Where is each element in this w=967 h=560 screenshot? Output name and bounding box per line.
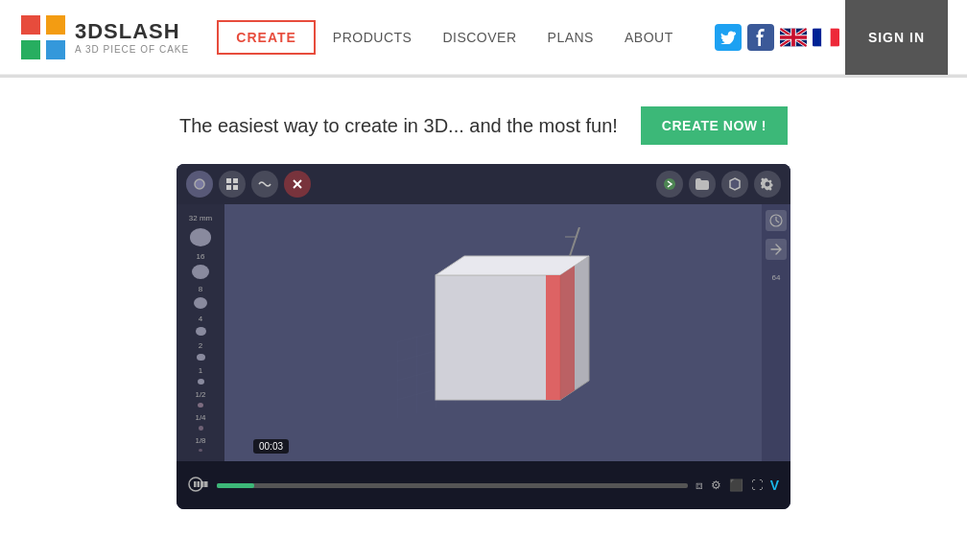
size-2[interactable] [197,354,205,362]
main-content: The easiest way to create in 3D... and t… [0,78,967,528]
settings-ctrl-icon[interactable]: ⚙ [711,478,721,492]
svg-point-15 [664,178,675,190]
toolbar-left [186,171,311,198]
facebook-icon[interactable] [747,24,774,51]
3d-box-svg [359,227,627,438]
video-inner: 32 mm 16 8 4 2 1 1/2 1/4 1/8 [177,164,790,509]
nav-create-button[interactable]: CREATE [217,20,316,55]
canvas-area[interactable] [224,204,762,461]
logo-brand: 3DSLASH [75,19,189,44]
size-1-label: 1 [199,366,202,375]
svg-marker-16 [730,178,740,190]
hero-row: The easiest way to create in 3D... and t… [179,106,788,145]
play-pause-button[interactable] [188,477,209,495]
size-2-label: 2 [199,341,202,350]
mm-label: 32 mm [189,214,212,222]
settings-icon[interactable] [754,171,781,198]
zoom-value: 64 [772,273,781,282]
svg-rect-2 [21,40,40,59]
zoom-clock-icon[interactable] [766,210,787,231]
progress-bar-fill [217,483,254,488]
svg-marker-25 [560,266,575,400]
size-half-label: 1/2 [195,390,205,399]
nav-area: CREATE PRODUCTS DISCOVER PLANS ABOUT [217,20,686,55]
hero-text: The easiest way to create in 3D... and t… [179,115,618,137]
pip-icon[interactable]: ⬛ [729,478,743,492]
progress-bar[interactable] [217,483,688,488]
vimeo-logo: V [770,478,779,493]
size-half[interactable] [198,403,203,408]
size-16[interactable] [192,265,209,279]
svg-rect-9 [226,178,231,183]
nav-about-button[interactable]: ABOUT [611,22,687,53]
svg-rect-21 [436,275,560,400]
create-now-button[interactable]: CREATE NOW ! [641,106,788,145]
svg-rect-1 [46,15,65,35]
video-container[interactable]: 32 mm 16 8 4 2 1 1/2 1/4 1/8 [177,164,790,509]
social-signin-area: SIGN IN [715,0,948,75]
header: 3DSLASH A 3D PIECE OF CAKE CREATE PRODUC… [0,0,967,75]
size-16-label: 16 [197,252,205,261]
fr-flag-icon[interactable] [813,28,839,47]
size-8[interactable] [194,297,207,309]
video-toolbar [177,164,790,204]
size-eighth[interactable] [199,449,202,452]
svg-rect-7 [831,28,839,46]
left-panel: 32 mm 16 8 4 2 1 1/2 1/4 1/8 [177,204,224,461]
video-timestamp: 00:03 [253,439,289,454]
logo-area: 3DSLASH A 3D PIECE OF CAKE [19,13,189,61]
svg-rect-31 [200,481,204,487]
video-controls: ⧈ ⚙ ⬛ ⛶ V [177,461,790,509]
size-quarter-label: 1/4 [195,413,205,422]
svg-rect-24 [546,275,560,400]
grid-tool-icon[interactable] [219,171,246,198]
svg-rect-0 [21,15,40,35]
size-quarter[interactable] [199,426,203,430]
brush-tool-icon[interactable] [186,171,213,198]
size-eighth-label: 1/8 [195,436,205,445]
size-1[interactable] [198,379,204,385]
svg-rect-11 [226,185,231,190]
size-8-label: 8 [199,285,202,293]
svg-point-8 [195,179,204,189]
signin-button[interactable]: SIGN IN [845,0,948,75]
controls-right: ⧈ ⚙ ⬛ ⛶ V [696,478,779,493]
zoom-arrow-icon[interactable] [766,239,787,260]
right-panel: 64 [762,204,790,461]
svg-rect-6 [821,28,830,46]
toolbar-right [656,171,781,198]
nav-discover-button[interactable]: DISCOVER [429,22,530,53]
svg-line-26 [570,227,579,256]
twitter-icon[interactable] [715,24,742,51]
nav-products-button[interactable]: PRODUCTS [319,22,426,53]
svg-rect-10 [233,178,238,183]
svg-rect-3 [46,40,65,59]
logo-tagline: A 3D PIECE OF CAKE [75,44,189,55]
logo-text-area: 3DSLASH A 3D PIECE OF CAKE [75,19,189,55]
svg-rect-32 [204,481,208,487]
shape-icon[interactable] [721,171,748,198]
size-4-label: 4 [199,315,202,323]
wave-tool-icon[interactable] [251,171,278,198]
svg-rect-30 [198,481,200,487]
size-32[interactable] [190,228,211,246]
uk-flag-icon[interactable] [780,28,807,47]
close-tool-icon[interactable] [284,171,311,198]
fullscreen-icon[interactable]: ⛶ [751,478,763,492]
captions-icon[interactable]: ⧈ [696,478,703,492]
nav-plans-button[interactable]: PLANS [534,22,607,53]
svg-rect-12 [233,185,238,190]
size-4[interactable] [196,327,206,336]
nav-arrow-icon[interactable] [656,171,683,198]
svg-line-19 [776,221,779,222]
folder-icon[interactable] [689,171,716,198]
svg-rect-29 [194,481,197,487]
logo-icon [19,13,67,61]
svg-rect-5 [813,28,821,46]
